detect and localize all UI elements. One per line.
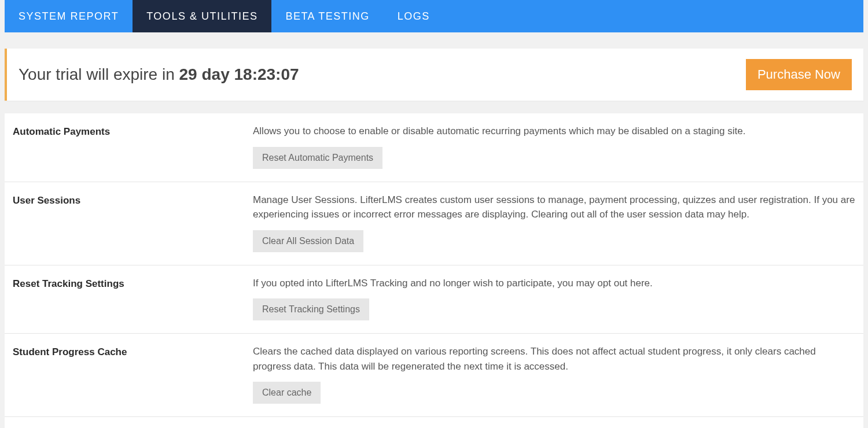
tool-description: Manage User Sessions. LifterLMS creates … — [253, 193, 855, 222]
tool-row-setup-wizard: Setup Wizard If you want to run the Lift… — [5, 417, 863, 428]
clear-cache-button[interactable]: Clear cache — [253, 382, 321, 404]
trial-remaining: 29 day 18:23:07 — [179, 65, 299, 83]
tool-row-user-sessions: User Sessions Manage User Sessions. Lift… — [5, 182, 863, 265]
tools-panel: Automatic Payments Allows you to choose … — [5, 113, 863, 428]
tool-title: Automatic Payments — [13, 124, 253, 169]
tab-beta-testing[interactable]: BETA TESTING — [271, 0, 383, 32]
tool-title: Reset Tracking Settings — [13, 276, 253, 321]
tool-title: Student Progress Cache — [13, 344, 253, 404]
trial-expiry-text: Your trial will expire in 29 day 18:23:0… — [19, 65, 299, 84]
tab-logs[interactable]: LOGS — [384, 0, 444, 32]
tab-tools-utilities[interactable]: TOOLS & UTILITIES — [133, 0, 271, 32]
reset-automatic-payments-button[interactable]: Reset Automatic Payments — [253, 147, 382, 169]
tool-row-automatic-payments: Automatic Payments Allows you to choose … — [5, 113, 863, 182]
tool-description: Allows you to choose to enable or disabl… — [253, 124, 855, 139]
tool-row-reset-tracking: Reset Tracking Settings If you opted int… — [5, 265, 863, 334]
tool-title: User Sessions — [13, 193, 253, 252]
clear-session-data-button[interactable]: Clear All Session Data — [253, 230, 363, 252]
tool-row-student-progress-cache: Student Progress Cache Clears the cached… — [5, 334, 863, 417]
nav-tabs: SYSTEM REPORT TOOLS & UTILITIES BETA TES… — [5, 0, 863, 32]
tab-system-report[interactable]: SYSTEM REPORT — [5, 0, 133, 32]
tool-description: If you opted into LifterLMS Tracking and… — [253, 276, 855, 291]
purchase-now-button[interactable]: Purchase Now — [746, 59, 852, 90]
trial-prefix: Your trial will expire in — [19, 65, 179, 83]
tool-description: Clears the cached data displayed on vari… — [253, 344, 855, 374]
reset-tracking-settings-button[interactable]: Reset Tracking Settings — [253, 298, 369, 320]
trial-bar: Your trial will expire in 29 day 18:23:0… — [5, 49, 863, 101]
